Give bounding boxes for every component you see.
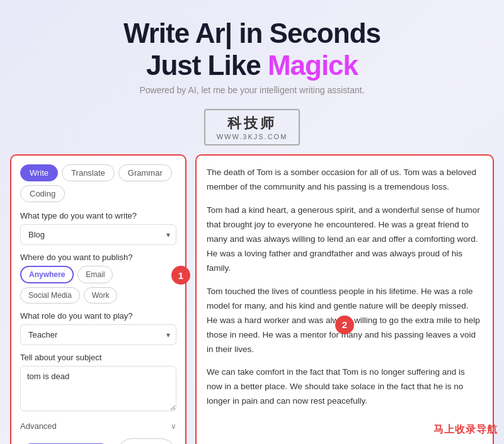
title-line2: Just Like Magick xyxy=(146,50,358,81)
role-label: What role do you want to play? xyxy=(20,311,176,321)
pub-email[interactable]: Email xyxy=(77,266,113,283)
watermark-cn: 科技师 xyxy=(217,114,288,133)
bottom-watermark: 马上收录导航 xyxy=(433,423,498,436)
role-select-wrapper: Teacher ▾ xyxy=(20,324,176,345)
pub-social[interactable]: Social Media xyxy=(20,287,80,304)
publish-label: Where do you want to publish? xyxy=(20,253,176,262)
watermark-section: 科技师 WWW.3KJS.COM xyxy=(0,109,504,145)
tab-coding[interactable]: Coding xyxy=(20,185,65,202)
step-badge-2: 2 xyxy=(335,316,354,334)
title-line1: Write Ar| in Seconds xyxy=(123,18,381,48)
main-title: Write Ar| in Seconds Just Like Magick xyxy=(13,18,491,81)
output-para-1: The death of Tom is a somber occasion fo… xyxy=(207,166,480,195)
output-para-2: Tom had a kind heart, a generous spirit,… xyxy=(207,203,480,276)
right-panel: The death of Tom is a somber occasion fo… xyxy=(195,154,494,444)
watermark-url: WWW.3KJS.COM xyxy=(217,133,288,140)
tab-write[interactable]: Write xyxy=(20,164,58,181)
pub-anywhere[interactable]: Anywhere xyxy=(20,266,74,283)
output-para-4: We can take comfort in the fact that Tom… xyxy=(207,365,480,409)
pub-work[interactable]: Work xyxy=(84,287,118,304)
tabs-row: Write Translate Grammar Coding xyxy=(20,164,176,202)
tab-translate[interactable]: Translate xyxy=(62,164,115,181)
advanced-row[interactable]: Advanced ∨ xyxy=(20,421,176,431)
subtitle: Powered by AI, let me be your intelligen… xyxy=(13,85,491,95)
step-badge-1: 1 xyxy=(171,266,190,285)
type-select-wrapper: Blog ▾ xyxy=(20,224,176,245)
watermark-box: 科技师 WWW.3KJS.COM xyxy=(204,109,301,145)
subject-textarea[interactable] xyxy=(20,366,176,411)
main-layout: Write Translate Grammar Coding What type… xyxy=(0,154,504,444)
type-select[interactable]: Blog xyxy=(20,224,176,245)
advanced-label: Advanced xyxy=(20,421,57,431)
role-select[interactable]: Teacher xyxy=(20,324,176,345)
subject-label: Tell about your subject xyxy=(20,353,176,362)
buy-credits-button[interactable]: Buy Credits xyxy=(117,438,176,444)
header: Write Ar| in Seconds Just Like Magick Po… xyxy=(0,0,504,103)
tab-grammar[interactable]: Grammar xyxy=(118,164,172,181)
action-buttons-row: Generate Buy Credits xyxy=(20,438,176,444)
publish-buttons: Anywhere Email Social Media Work xyxy=(20,266,176,304)
left-panel: Write Translate Grammar Coding What type… xyxy=(10,154,186,444)
chevron-down-icon: ∨ xyxy=(171,422,176,431)
output-text: The death of Tom is a somber occasion fo… xyxy=(207,166,483,444)
type-label: What type do you want to write? xyxy=(20,211,176,220)
